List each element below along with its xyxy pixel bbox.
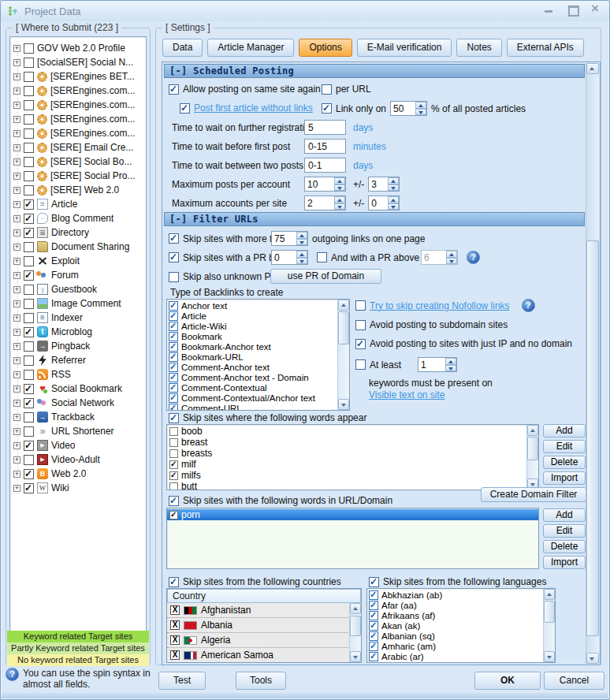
expand-icon[interactable]: [13, 229, 20, 236]
ok-button[interactable]: OK: [474, 672, 541, 690]
max-accounts-spinner[interactable]: 2: [304, 195, 346, 210]
skip-pr-spinner[interactable]: 0: [271, 250, 308, 265]
languages-scrollbar[interactable]: [543, 589, 555, 662]
expand-icon[interactable]: [13, 73, 20, 80]
language-item[interactable]: Abkhazian (ab): [367, 590, 555, 600]
tree-item[interactable]: [SEREngines.com...: [10, 112, 146, 126]
allow-same-site-checkbox[interactable]: [169, 84, 179, 95]
max-posts-spinner[interactable]: 10: [304, 177, 346, 192]
backlink-type-checkbox[interactable]: [169, 404, 178, 411]
visible-text-link[interactable]: Visible text on site: [369, 389, 445, 400]
tree-item[interactable]: [SEREngines BET...: [10, 69, 146, 84]
tree-checkbox[interactable]: [24, 242, 34, 252]
countries-scrollbar[interactable]: [349, 603, 361, 662]
tree-checkbox[interactable]: [24, 256, 34, 266]
scroll-up-icon[interactable]: [586, 63, 599, 74]
tree-item[interactable]: Wiki: [10, 481, 146, 495]
filter-urls-header[interactable]: [-] Filter URLs: [164, 212, 585, 226]
expand-icon[interactable]: [13, 102, 20, 109]
tree-item[interactable]: Blog Comment: [10, 211, 146, 225]
skip-outgoing-checkbox[interactable]: [169, 233, 179, 244]
word-checkbox[interactable]: [169, 427, 178, 436]
expand-icon[interactable]: [13, 59, 20, 66]
scheduled-posting-header[interactable]: [-] Scheduled Posting: [164, 64, 585, 78]
country-checkbox[interactable]: X: [170, 650, 180, 660]
create-domain-filter-button[interactable]: Create Domain Filter: [481, 487, 586, 502]
nofollow-checkbox[interactable]: [355, 300, 366, 311]
expand-icon[interactable]: [13, 88, 20, 95]
tree-checkbox[interactable]: [24, 299, 34, 309]
post-first-link[interactable]: Post first article without links: [194, 102, 313, 114]
tree-item[interactable]: Directory: [10, 225, 146, 240]
tree-checkbox[interactable]: [24, 398, 34, 408]
backlink-type-checkbox[interactable]: [169, 311, 178, 321]
words-import-button[interactable]: Import: [543, 471, 586, 485]
language-item[interactable]: Afar (aa): [367, 600, 555, 610]
expand-icon[interactable]: [13, 286, 20, 293]
close-button[interactable]: [590, 4, 601, 15]
backlink-type-item[interactable]: Comment-URL: [167, 403, 349, 411]
tree-item[interactable]: URL Shortener: [10, 424, 146, 438]
tree-item[interactable]: [SEREngines.com...: [10, 126, 146, 140]
tree-checkbox[interactable]: [24, 270, 34, 281]
pr-above-checkbox[interactable]: [317, 252, 327, 262]
tree-checkbox[interactable]: [24, 171, 34, 181]
backlink-type-item[interactable]: Bookmark-Anchor text: [167, 341, 349, 352]
country-column-header[interactable]: Country: [167, 589, 361, 603]
maximize-button[interactable]: [567, 4, 578, 15]
expand-icon[interactable]: [13, 329, 20, 336]
tree-checkbox[interactable]: [24, 128, 34, 139]
tree-item[interactable]: Video: [10, 438, 146, 452]
backlink-list-scrollbar[interactable]: [337, 300, 349, 410]
wait-registrations-input[interactable]: 5: [304, 120, 346, 135]
backlink-type-item[interactable]: Article-Wiki: [167, 321, 349, 331]
wait-between-posts-input[interactable]: 0-1: [304, 158, 346, 173]
tree-item[interactable]: Indexer: [10, 311, 146, 325]
scroll-down-icon[interactable]: [338, 399, 349, 410]
tree-item[interactable]: Pingback: [10, 339, 146, 353]
word-item[interactable]: boob: [167, 426, 538, 437]
scroll-up-icon[interactable]: [544, 589, 555, 600]
scroll-down-icon[interactable]: [586, 653, 599, 664]
expand-icon[interactable]: [13, 485, 20, 492]
expand-icon[interactable]: [13, 371, 20, 378]
tree-item[interactable]: Referrer: [10, 353, 146, 367]
max-accounts-pm-spinner[interactable]: 0: [368, 195, 400, 210]
tree-checkbox[interactable]: [24, 185, 34, 195]
skip-languages-checkbox[interactable]: [369, 577, 379, 587]
pr-help-icon[interactable]: [467, 251, 480, 264]
tree-item[interactable]: Web 2.0: [10, 467, 146, 481]
wait-first-post-input[interactable]: 0-15: [304, 139, 346, 154]
url-words-edit-button[interactable]: Edit: [543, 524, 586, 538]
url-word-checkbox[interactable]: [169, 511, 178, 519]
word-checkbox[interactable]: [169, 482, 178, 491]
tree-checkbox[interactable]: [24, 228, 34, 238]
expand-icon[interactable]: [13, 400, 20, 407]
word-checkbox[interactable]: [169, 460, 178, 469]
expand-icon[interactable]: [13, 414, 20, 421]
words-list-scrollbar[interactable]: [526, 425, 538, 490]
test-button[interactable]: Test: [158, 672, 206, 690]
scroll-thumb[interactable]: [544, 601, 555, 623]
expand-icon[interactable]: [13, 343, 20, 350]
tab-notes[interactable]: Notes: [456, 39, 501, 57]
expand-icon[interactable]: [13, 456, 20, 464]
language-checkbox[interactable]: [369, 601, 378, 610]
tree-checkbox[interactable]: [24, 313, 34, 323]
word-checkbox[interactable]: [169, 449, 178, 458]
tab-external-apis[interactable]: External APIs: [507, 39, 584, 57]
tree-checkbox[interactable]: [24, 43, 34, 54]
country-row[interactable]: XAlgeria: [167, 633, 361, 648]
tree-checkbox[interactable]: [24, 199, 34, 210]
backlink-type-item[interactable]: Comment-Contextual/Anchor text: [167, 393, 349, 403]
expand-icon[interactable]: [13, 315, 20, 322]
at-least-checkbox[interactable]: [355, 359, 366, 370]
backlink-type-item[interactable]: Bookmark: [167, 331, 349, 341]
tree-checkbox[interactable]: [24, 370, 34, 380]
url-word-item[interactable]: porn: [167, 509, 538, 520]
skip-words-checkbox[interactable]: [169, 413, 179, 423]
expand-icon[interactable]: [13, 201, 20, 208]
language-item[interactable]: Albanian (sq): [367, 631, 555, 641]
expand-icon[interactable]: [13, 187, 20, 194]
word-checkbox[interactable]: [169, 438, 178, 447]
